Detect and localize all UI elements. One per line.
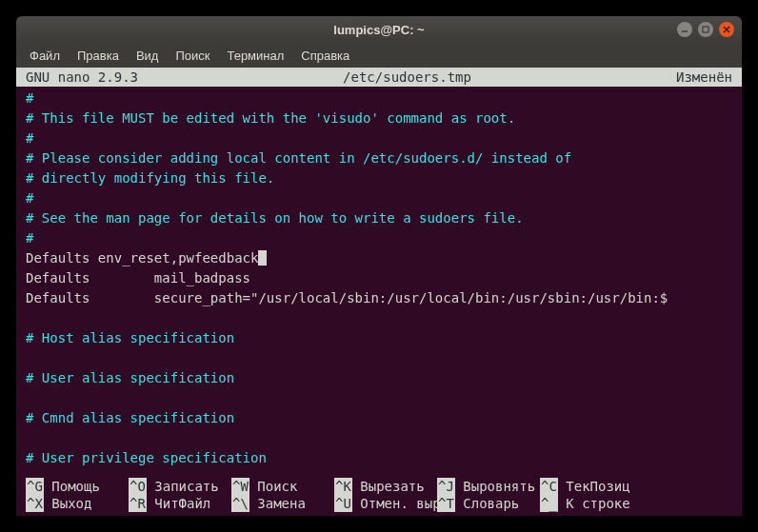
shortcut-item[interactable]: ^O Записать — [129, 478, 231, 495]
editor-content[interactable]: ## This file MUST be edited with the 'vi… — [16, 87, 742, 478]
outer-frame: lumpics@PC: ~ Файл Правка Вид Поиск Терм… — [0, 0, 758, 532]
editor-line — [26, 388, 732, 408]
editor-line: # User privilege specification — [26, 448, 732, 468]
nano-header: GNU nano 2.9.3 /etc/sudoers.tmp Изменён — [16, 68, 742, 87]
shortcut-label: Замена — [249, 495, 329, 512]
shortcut-item[interactable]: ^U Отмен. выр — [334, 495, 437, 512]
shortcut-item[interactable]: ^_ К строке — [540, 495, 643, 512]
shortcut-item[interactable]: ^K Вырезать — [334, 478, 437, 495]
titlebar[interactable]: lumpics@PC: ~ — [16, 16, 742, 43]
editor-line: # — [26, 188, 732, 208]
menu-search[interactable]: Поиск — [168, 46, 217, 66]
shortcut-key: ^K — [334, 478, 352, 495]
shortcut-row: ^G Помощь ^O Записать ^W Поиск ^K Выреза… — [26, 478, 732, 495]
editor-line — [26, 308, 732, 328]
editor-line: # User alias specification — [26, 368, 732, 388]
shortcut-label: Поиск — [249, 478, 329, 495]
shortcut-key: ^\ — [231, 495, 249, 512]
editor-line: Defaults secure_path="/usr/local/sbin:/u… — [26, 288, 732, 308]
shortcut-row: ^X Выход ^R ЧитФайл ^\ Замена ^U Отмен. … — [26, 495, 732, 512]
editor-line: # Cmnd alias specification — [26, 408, 732, 428]
editor-line: # Please consider adding local content i… — [26, 148, 732, 168]
editor-line: # See the man page for details on how to… — [26, 208, 732, 228]
nano-shortcuts: ^G Помощь ^O Записать ^W Поиск ^K Выреза… — [16, 478, 742, 516]
editor-line: # This file MUST be edited with the 'vis… — [26, 108, 732, 128]
shortcut-label: Записать — [147, 478, 227, 495]
shortcut-key: ^J — [437, 478, 455, 495]
shortcut-label: ЧитФайл — [147, 495, 227, 512]
menu-help[interactable]: Справка — [293, 46, 357, 66]
editor-line: # directly modifying this file. — [26, 168, 732, 188]
menu-terminal[interactable]: Терминал — [219, 46, 291, 66]
shortcut-item[interactable]: ^G Помощь — [26, 478, 129, 495]
editor-area[interactable]: GNU nano 2.9.3 /etc/sudoers.tmp Изменён … — [16, 68, 742, 516]
shortcut-key: ^X — [26, 495, 44, 512]
shortcut-label: Помощь — [44, 478, 124, 495]
editor-line: Defaults mail_badpass — [26, 268, 732, 288]
nano-app-name: GNU nano 2.9.3 — [26, 69, 138, 85]
shortcut-key: ^G — [26, 478, 44, 495]
shortcut-label: Выход — [44, 495, 124, 512]
shortcut-label: К строке — [558, 495, 630, 512]
editor-line: # — [26, 89, 732, 108]
editor-wrapper: GNU nano 2.9.3 /etc/sudoers.tmp Изменён … — [16, 68, 742, 516]
menu-view[interactable]: Вид — [129, 46, 167, 66]
nano-file-name: /etc/sudoers.tmp — [138, 69, 676, 85]
shortcut-key: ^_ — [540, 495, 558, 512]
shortcut-key: ^T — [437, 495, 455, 512]
menu-edit[interactable]: Правка — [70, 46, 127, 66]
shortcut-key: ^U — [334, 495, 352, 512]
editor-line — [26, 428, 732, 448]
editor-line: Defaults env_reset,pwfeedback — [26, 248, 732, 268]
menu-file[interactable]: Файл — [22, 46, 68, 66]
editor-line: # — [26, 128, 732, 148]
window-controls — [677, 22, 734, 37]
shortcut-item[interactable]: ^X Выход — [26, 495, 129, 512]
editor-line: # Host alias specification — [26, 328, 732, 348]
text-cursor — [258, 250, 267, 266]
menubar: Файл Правка Вид Поиск Терминал Справка — [16, 43, 742, 68]
minimize-button[interactable] — [677, 22, 692, 37]
editor-line — [26, 348, 732, 368]
shortcut-item[interactable]: ^J Выровнять — [437, 478, 540, 495]
svg-rect-1 — [703, 27, 708, 32]
shortcut-item[interactable]: ^W Поиск — [231, 478, 334, 495]
shortcut-item[interactable]: ^T Словарь — [437, 495, 540, 512]
shortcut-label: Вырезать — [352, 478, 432, 495]
shortcut-label: ТекПозиц — [558, 478, 630, 495]
shortcut-key: ^W — [231, 478, 249, 495]
shortcut-key: ^R — [129, 495, 147, 512]
shortcut-key: ^O — [129, 478, 147, 495]
maximize-button[interactable] — [698, 22, 713, 37]
close-button[interactable] — [719, 22, 734, 37]
editor-line: # — [26, 228, 732, 248]
shortcut-label: Словарь — [455, 495, 535, 512]
shortcut-item[interactable]: ^R ЧитФайл — [129, 495, 231, 512]
window-title: lumpics@PC: ~ — [333, 23, 424, 37]
shortcut-item[interactable]: ^\ Замена — [231, 495, 334, 512]
nano-status: Изменён — [676, 69, 732, 85]
shortcut-label: Выровнять — [455, 478, 535, 495]
shortcut-key: ^C — [540, 478, 558, 495]
shortcut-item[interactable]: ^C ТекПозиц — [540, 478, 643, 495]
terminal-window: lumpics@PC: ~ Файл Правка Вид Поиск Терм… — [16, 16, 742, 516]
shortcut-label: Отмен. выр — [352, 495, 441, 512]
